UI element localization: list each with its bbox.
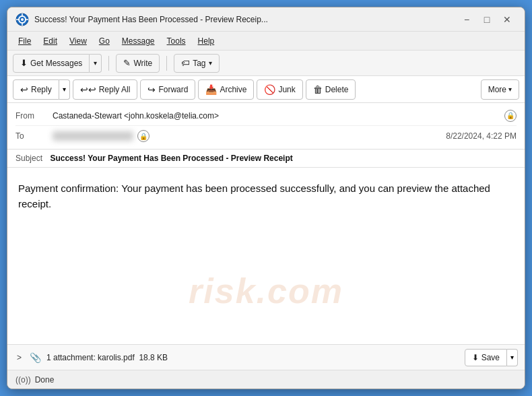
get-messages-group: ⬇ Get Messages ▾ bbox=[13, 54, 102, 73]
email-window: Success! Your Payment Has Been Processed… bbox=[7, 7, 525, 389]
save-icon: ⬇ bbox=[472, 353, 479, 362]
delete-label: Delete bbox=[325, 85, 349, 94]
toolbar: ⬇ Get Messages ▾ ✎ Write 🏷 Tag ▾ bbox=[7, 51, 525, 76]
toolbar-divider-2 bbox=[166, 56, 167, 71]
to-security-icon[interactable]: 🔒 bbox=[137, 130, 149, 142]
to-label: To bbox=[15, 131, 53, 141]
archive-button[interactable]: 📥 Archive bbox=[198, 79, 254, 100]
save-button[interactable]: ⬇ Save bbox=[465, 349, 507, 366]
menu-tools[interactable]: Tools bbox=[162, 34, 191, 48]
from-security-icon[interactable]: 🔒 bbox=[504, 110, 517, 122]
title-bar: Success! Your Payment Has Been Processed… bbox=[7, 7, 525, 32]
toolbar-divider bbox=[108, 56, 109, 71]
reply-all-button[interactable]: ↩↩ Reply All bbox=[73, 79, 138, 100]
menu-help[interactable]: Help bbox=[193, 34, 220, 48]
expand-button[interactable]: > bbox=[14, 352, 24, 364]
forward-label: Forward bbox=[158, 85, 188, 94]
tag-icon: 🏷 bbox=[181, 58, 190, 68]
status-icon: ((o)) bbox=[15, 375, 31, 385]
status-bar: ((o)) Done bbox=[7, 370, 525, 389]
menu-view[interactable]: View bbox=[64, 34, 92, 48]
watermark: risk.com bbox=[189, 265, 343, 317]
reply-icon: ↩ bbox=[20, 84, 28, 95]
window-title: Success! Your Payment Has Been Processed… bbox=[34, 15, 457, 24]
tag-label: Tag bbox=[193, 59, 205, 68]
archive-label: Archive bbox=[220, 85, 246, 94]
get-messages-label: Get Messages bbox=[30, 59, 82, 68]
save-label: Save bbox=[481, 353, 500, 362]
reply-group: ↩ Reply ▾ bbox=[13, 79, 70, 100]
reply-label: Reply bbox=[31, 85, 52, 94]
attachment-bar: > 📎 1 attachment: karolis.pdf 18.8 KB ⬇ … bbox=[7, 344, 525, 370]
get-messages-button[interactable]: ⬇ Get Messages bbox=[13, 54, 90, 73]
junk-button[interactable]: 🚫 Junk bbox=[257, 79, 302, 100]
save-dropdown[interactable]: ▾ bbox=[507, 349, 518, 366]
more-button[interactable]: More ▾ bbox=[481, 79, 519, 100]
action-bar: ↩ Reply ▾ ↩↩ Reply All ↪ Forward 📥 Archi… bbox=[7, 76, 525, 103]
save-group: ⬇ Save ▾ bbox=[465, 349, 518, 366]
write-label: Write bbox=[133, 59, 152, 68]
subject-label: Subject bbox=[15, 154, 42, 163]
close-button[interactable]: ✕ bbox=[498, 12, 517, 27]
get-messages-dropdown[interactable]: ▾ bbox=[90, 54, 102, 73]
forward-button[interactable]: ↪ Forward bbox=[140, 79, 195, 100]
minimize-button[interactable]: − bbox=[457, 12, 476, 27]
archive-icon: 📥 bbox=[205, 84, 217, 95]
email-body: Payment confirmation: Your payment has b… bbox=[7, 168, 525, 344]
body-text: Payment confirmation: Your payment has b… bbox=[18, 181, 514, 211]
reply-dropdown[interactable]: ▾ bbox=[59, 79, 70, 100]
junk-label: Junk bbox=[278, 85, 295, 94]
email-date: 8/22/2024, 4:22 PM bbox=[446, 131, 517, 141]
email-header: From Castaneda-Stewart <john.koskela@tel… bbox=[7, 103, 525, 150]
attachment-icon: 📎 bbox=[30, 352, 41, 363]
from-label: From bbox=[15, 111, 53, 121]
menu-message[interactable]: Message bbox=[117, 34, 160, 48]
delete-button[interactable]: 🗑 Delete bbox=[306, 79, 356, 100]
svg-point-2 bbox=[21, 18, 24, 21]
menu-bar: File Edit View Go Message Tools Help bbox=[7, 32, 525, 51]
write-icon: ✎ bbox=[123, 58, 131, 68]
reply-button[interactable]: ↩ Reply bbox=[13, 79, 59, 100]
menu-go[interactable]: Go bbox=[94, 34, 115, 48]
delete-icon: 🗑 bbox=[313, 84, 323, 95]
to-field: To 🔒 8/22/2024, 4:22 PM bbox=[15, 126, 517, 146]
forward-icon: ↪ bbox=[147, 84, 156, 95]
write-button[interactable]: ✎ Write bbox=[116, 54, 160, 73]
tag-dropdown-arrow: ▾ bbox=[209, 59, 212, 67]
menu-file[interactable]: File bbox=[13, 34, 36, 48]
subject-value: Success! Your Payment Has Been Processed… bbox=[50, 154, 292, 163]
reply-all-label: Reply All bbox=[99, 85, 131, 94]
more-icon: ▾ bbox=[508, 86, 512, 93]
maximize-button[interactable]: □ bbox=[477, 12, 496, 27]
junk-icon: 🚫 bbox=[264, 84, 275, 95]
from-field: From Castaneda-Stewart <john.koskela@tel… bbox=[15, 106, 517, 126]
tag-button[interactable]: 🏷 Tag ▾ bbox=[174, 54, 219, 73]
reply-all-icon: ↩↩ bbox=[80, 84, 96, 95]
window-controls: − □ ✕ bbox=[457, 12, 517, 27]
from-value: Castaneda-Stewart <john.koskela@telia.co… bbox=[53, 111, 500, 121]
to-value bbox=[53, 131, 133, 141]
more-label: More bbox=[488, 85, 506, 94]
attachment-count-label: 1 attachment: karolis.pdf bbox=[46, 353, 135, 362]
app-icon bbox=[15, 13, 29, 26]
attachment-size-label: 18.8 KB bbox=[139, 353, 168, 362]
get-messages-icon: ⬇ bbox=[20, 58, 28, 68]
status-text: Done bbox=[35, 375, 55, 385]
subject-field: Subject Success! Your Payment Has Been P… bbox=[7, 150, 525, 168]
attachment-info: 1 attachment: karolis.pdf 18.8 KB bbox=[46, 353, 459, 362]
menu-edit[interactable]: Edit bbox=[38, 34, 63, 48]
